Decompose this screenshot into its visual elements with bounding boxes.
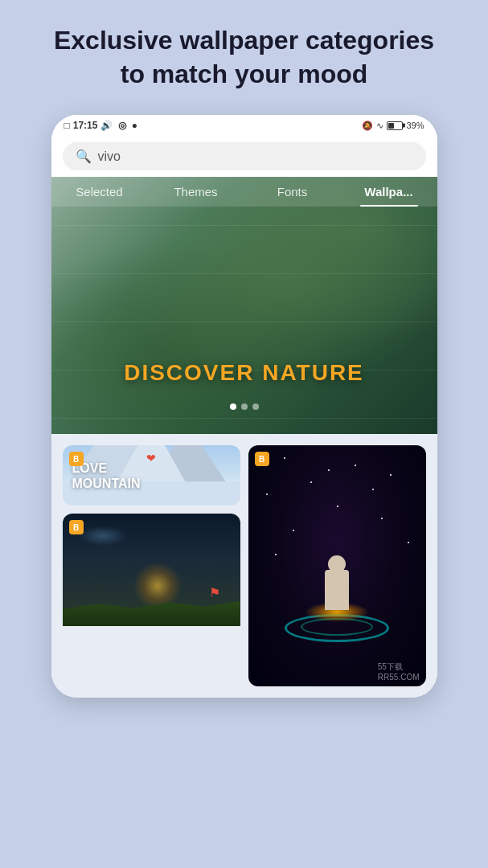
- star: [266, 493, 268, 495]
- star: [275, 554, 277, 555]
- wallpaper-badge-landscape: B: [69, 520, 84, 534]
- greenhouse-lines: [51, 177, 437, 434]
- signal-icons: 🔊 ◎ ●: [100, 120, 137, 131]
- dot-2: [241, 403, 248, 410]
- battery-icon: [387, 121, 403, 130]
- watermark: 55下载RR55.COM: [378, 661, 420, 682]
- star: [390, 474, 392, 476]
- anime-head: [328, 555, 346, 573]
- tab-wallpaper[interactable]: Wallpa...: [341, 177, 437, 207]
- search-bar[interactable]: 🔍 vivo: [63, 142, 426, 170]
- tab-fonts[interactable]: Fonts: [244, 177, 341, 207]
- star: [284, 457, 285, 459]
- notification-icon: 🔕: [362, 121, 373, 131]
- landscape-scene: ⚑ B: [63, 514, 240, 626]
- wallpaper-badge-mountain: B: [69, 452, 84, 466]
- hero-banner-title: DISCOVER NATURE: [51, 360, 437, 386]
- landscape-glow: [133, 562, 182, 610]
- star: [408, 542, 409, 543]
- search-icon: 🔍: [76, 149, 92, 164]
- phone-frame: □ 17:15 🔊 ◎ ● 🔕 ∿ 39% 🔍 vivo Selected: [51, 115, 437, 698]
- time-display: 17:15: [73, 120, 98, 131]
- search-bar-container: 🔍 vivo: [51, 136, 437, 177]
- battery-percent: 39%: [406, 121, 424, 130]
- space-scene: B 55下载RR55.COM: [248, 445, 426, 686]
- tabs-container: Selected Themes Fonts Wallpa...: [51, 177, 437, 207]
- star: [381, 518, 383, 519]
- tab-themes[interactable]: Themes: [148, 177, 244, 207]
- hero-dots-container: [51, 403, 437, 410]
- landscape-clouds: [79, 526, 127, 546]
- star: [328, 469, 330, 471]
- heart-icon: ❤: [146, 452, 156, 465]
- anime-figure: [325, 570, 349, 610]
- wallpaper-grid: ❤ LOVEMOUNTAIN B: [51, 434, 437, 698]
- tab-selected[interactable]: Selected: [51, 177, 148, 207]
- status-left: □ 17:15 🔊 ◎ ●: [64, 120, 138, 131]
- star: [337, 506, 338, 507]
- star: [310, 481, 312, 483]
- star: [355, 465, 356, 466]
- wifi-icon: ∿: [376, 121, 383, 131]
- wallpaper-card-landscape[interactable]: ⚑ B: [63, 514, 240, 686]
- page-headline: Exclusive wallpaper categories to match …: [51, 24, 437, 91]
- hero-section: Selected Themes Fonts Wallpa... DISCOVER…: [51, 177, 437, 434]
- mountain-scene: ❤ LOVEMOUNTAIN B: [63, 445, 240, 506]
- dot-3: [252, 403, 259, 410]
- sim-icon: □: [64, 120, 70, 131]
- dot-1: [230, 403, 236, 410]
- status-right: 🔕 ∿ 39%: [362, 121, 424, 131]
- star: [293, 530, 294, 531]
- star: [372, 489, 374, 490]
- wallpaper-badge-space: B: [255, 452, 269, 466]
- wallpaper-card-mountain[interactable]: ❤ LOVEMOUNTAIN B: [63, 445, 240, 506]
- search-value: vivo: [98, 149, 121, 164]
- flag-icon: ⚑: [209, 585, 220, 600]
- hero-background: [51, 177, 437, 434]
- status-bar: □ 17:15 🔊 ◎ ● 🔕 ∿ 39%: [51, 115, 437, 136]
- wallpaper-card-space[interactable]: B 55下载RR55.COM: [248, 445, 426, 686]
